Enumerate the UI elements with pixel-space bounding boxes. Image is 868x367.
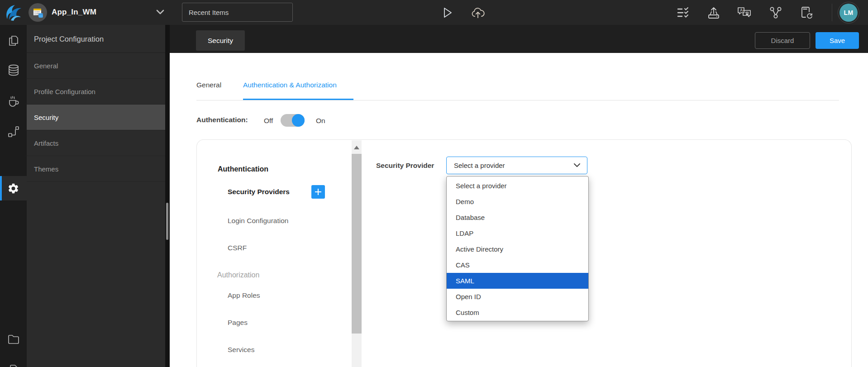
project-configuration-header: Project Configuration xyxy=(27,25,165,53)
tab-general[interactable]: General xyxy=(196,81,221,89)
folder-icon xyxy=(7,333,20,346)
menu-item-general[interactable]: General xyxy=(27,53,165,79)
page-title-tab[interactable]: Security xyxy=(196,30,245,51)
log-file-icon: LOG xyxy=(7,363,20,367)
project-configuration-panel: Project Configuration General Profile Co… xyxy=(27,25,165,367)
pages-icon xyxy=(7,34,20,47)
option-custom[interactable]: Custom xyxy=(447,305,588,320)
recent-items-dropdown[interactable]: Recent Items xyxy=(182,3,293,22)
translate-icon[interactable]: A xyxy=(737,5,752,20)
nav-item-login-configuration[interactable]: Login Configuration xyxy=(228,217,288,225)
security-provider-label: Security Provider xyxy=(376,162,434,170)
avatar-initials: LM xyxy=(839,4,858,22)
nav-item-security-providers[interactable]: Security Providers xyxy=(228,188,290,196)
top-app-bar: App_In_WM Recent Items A xyxy=(0,0,868,25)
deploy-icon[interactable] xyxy=(706,5,721,20)
user-avatar[interactable]: LM xyxy=(838,2,859,24)
left-icon-rail: LOG xyxy=(0,25,27,367)
checklist-icon[interactable] xyxy=(675,5,691,20)
selected-provider-value: Select a provider xyxy=(454,162,573,169)
option-ldap[interactable]: LDAP xyxy=(447,225,588,241)
discard-button[interactable]: Discard xyxy=(755,32,810,49)
option-database[interactable]: Database xyxy=(447,210,588,225)
page-title: Security xyxy=(208,37,233,45)
sidebar-item-orchestration[interactable] xyxy=(0,119,27,144)
page-header: Security Discard Save xyxy=(170,25,868,53)
menu-item-artifacts[interactable]: Artifacts xyxy=(27,130,165,156)
menu-scrollbar-thumb[interactable] xyxy=(166,203,168,240)
option-open-id[interactable]: Open ID xyxy=(447,289,588,305)
scrollbar-up-arrow[interactable] xyxy=(354,146,359,149)
tab-authentication-authorization[interactable]: Authentication & Authorization xyxy=(243,81,337,89)
settings-gear-icon xyxy=(7,182,19,195)
svg-text:A: A xyxy=(740,8,743,13)
provider-dropdown-list: Select a provider Demo Database LDAP Act… xyxy=(446,176,589,321)
nav-item-pages[interactable]: Pages xyxy=(228,319,248,327)
security-content: General Authentication & Authorization A… xyxy=(170,53,868,367)
settings-nav-scrollbar-thumb[interactable] xyxy=(352,154,362,334)
security-settings-panel: Authentication Security Providers Login … xyxy=(196,139,852,367)
chevron-down-icon[interactable] xyxy=(156,9,165,15)
nav-item-services[interactable]: Services xyxy=(228,346,254,354)
orchestration-icon xyxy=(7,125,20,138)
app-title: App_In_WM xyxy=(52,8,96,17)
option-saml[interactable]: SAML xyxy=(447,273,588,289)
nav-section-authentication: Authentication xyxy=(218,165,268,173)
play-icon[interactable] xyxy=(439,5,455,20)
option-active-directory[interactable]: Active Directory xyxy=(447,241,588,257)
sidebar-item-pages[interactable] xyxy=(0,29,27,53)
menu-item-security[interactable]: Security xyxy=(27,105,165,130)
authentication-toggle-label: Authentication: xyxy=(196,116,248,124)
add-provider-button[interactable] xyxy=(311,185,325,199)
toggle-off-label: Off xyxy=(264,117,273,125)
security-provider-select[interactable]: Select a provider xyxy=(446,157,587,174)
toggle-thumb xyxy=(292,114,305,127)
sidebar-item-files[interactable] xyxy=(0,327,27,352)
menu-scrollbar[interactable] xyxy=(165,25,170,367)
settings-nav-scrollbar[interactable] xyxy=(352,140,362,367)
plus-icon xyxy=(314,188,322,196)
menu-item-profile-configuration[interactable]: Profile Configuration xyxy=(27,79,165,105)
option-demo[interactable]: Demo xyxy=(447,194,588,210)
option-select-a-provider[interactable]: Select a provider xyxy=(447,178,588,194)
tabs-divider xyxy=(196,100,839,100)
toggle-on-label: On xyxy=(316,117,325,125)
nav-item-csrf[interactable]: CSRF xyxy=(228,244,247,252)
select-chevron-down-icon xyxy=(573,163,581,168)
sidebar-item-database[interactable] xyxy=(0,58,27,82)
sidebar-item-logs[interactable]: LOG xyxy=(0,357,27,367)
nav-item-app-roles[interactable]: App Roles xyxy=(228,291,260,300)
wavemaker-logo-icon[interactable] xyxy=(3,2,24,23)
menu-item-themes[interactable]: Themes xyxy=(27,156,165,182)
sidebar-item-java-services[interactable] xyxy=(0,89,27,113)
doc-sync-icon[interactable] xyxy=(799,5,814,20)
topbar-divider xyxy=(832,4,832,21)
share-nodes-icon[interactable] xyxy=(768,5,783,20)
authentication-toggle[interactable] xyxy=(281,114,305,127)
option-cas[interactable]: CAS xyxy=(447,257,588,273)
app-icon[interactable] xyxy=(29,3,47,22)
java-services-icon xyxy=(7,94,20,108)
nav-section-authorization: Authorization xyxy=(217,271,259,279)
database-icon xyxy=(7,63,20,77)
save-button[interactable]: Save xyxy=(816,32,859,49)
sidebar-item-settings[interactable] xyxy=(0,176,27,200)
cloud-upload-icon[interactable] xyxy=(470,5,486,20)
recent-items-label: Recent Items xyxy=(189,9,229,16)
